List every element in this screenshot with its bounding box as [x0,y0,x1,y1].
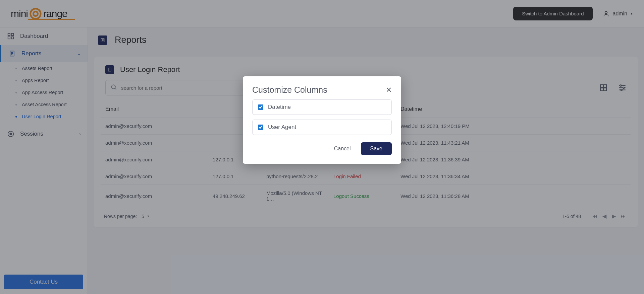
column-option-datetime[interactable]: Datetime [252,99,392,115]
column-checkbox-user-agent[interactable] [258,125,263,130]
customize-columns-modal: Customize Columns ✕ Datetime User Agent … [243,76,401,164]
modal-title: Customize Columns [252,85,327,95]
save-button[interactable]: Save [361,142,392,155]
column-option-user-agent[interactable]: User Agent [252,120,392,135]
column-option-label: Datetime [268,104,291,111]
column-checkbox-datetime[interactable] [258,104,263,110]
cancel-button[interactable]: Cancel [327,142,358,155]
close-icon[interactable]: ✕ [386,86,392,94]
column-option-label: User Agent [268,124,296,131]
modal-backdrop[interactable]: Customize Columns ✕ Datetime User Agent … [0,0,644,294]
